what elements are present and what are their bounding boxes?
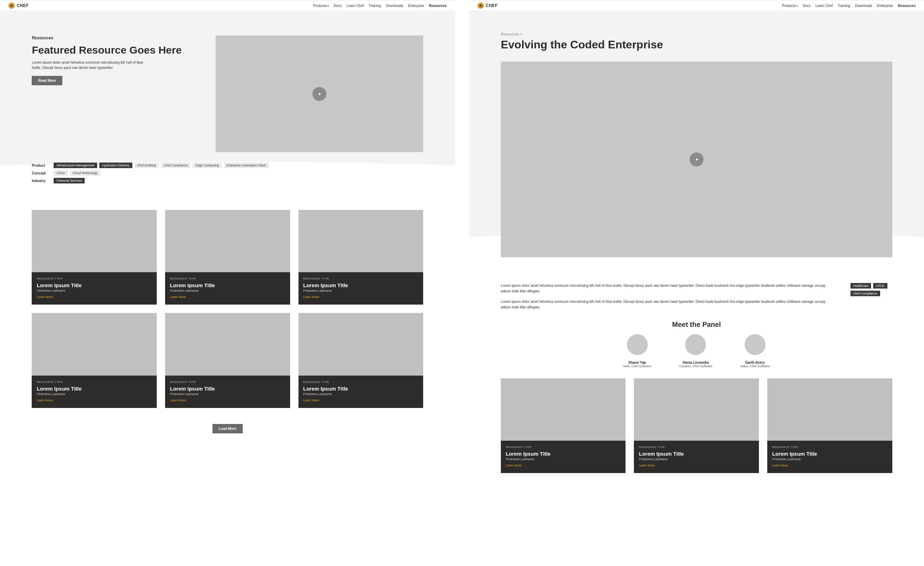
card-link[interactable]: Learn More bbox=[303, 295, 320, 299]
nav-link-docs[interactable]: Docs bbox=[803, 4, 811, 7]
detail-video[interactable] bbox=[501, 61, 892, 257]
nav-link-downloads[interactable]: Downloads bbox=[386, 4, 403, 7]
card-image bbox=[32, 313, 157, 375]
card-image bbox=[767, 378, 892, 441]
load-more-button[interactable]: Load More bbox=[213, 424, 243, 433]
card-title: Lorem Ipsum Title bbox=[37, 282, 152, 288]
card-title: Lorem Ipsum Title bbox=[37, 386, 152, 392]
featured-video[interactable] bbox=[216, 36, 423, 152]
hero-band: Resources Featured Resource Goes Here Lo… bbox=[0, 11, 455, 203]
play-icon bbox=[690, 153, 704, 166]
card-link[interactable]: Learn More bbox=[506, 464, 522, 467]
top-nav-right: CHEF Products▾DocsLearn ChefTrainingDown… bbox=[469, 0, 924, 11]
nav-link-enterprise[interactable]: Enterprise bbox=[877, 4, 893, 7]
breadcrumb: Resources bbox=[32, 36, 202, 40]
panel-heading: Meet the Panel bbox=[501, 320, 892, 329]
brand-logo[interactable]: CHEF bbox=[477, 3, 498, 9]
brand-logo[interactable]: CHEF bbox=[8, 3, 29, 9]
filter-tags-concept: CI/CDCloud Technology bbox=[54, 170, 100, 176]
read-more-button[interactable]: Read More bbox=[32, 76, 62, 85]
resource-card[interactable]: RESOURCE TYPELorem Ipsum TitleFirstname … bbox=[298, 210, 423, 305]
article-paragraphs: Lorem ipsum dolor amet helvetica normcor… bbox=[501, 283, 837, 310]
filter-row-concept: Concept CI/CDCloud Technology bbox=[32, 170, 423, 176]
nav-link-training[interactable]: Training bbox=[838, 4, 850, 7]
card-image bbox=[634, 378, 759, 441]
filter-tag[interactable]: Chef Compliance bbox=[161, 163, 190, 168]
panelist-role: Web, Chef Software bbox=[623, 364, 651, 368]
card-author: Firstname Lastname bbox=[639, 457, 754, 461]
avatar bbox=[745, 334, 765, 355]
filter-tag[interactable]: Chef Compliance bbox=[850, 290, 880, 296]
card-title: Lorem Ipsum Title bbox=[170, 386, 285, 392]
card-type: RESOURCE TYPE bbox=[170, 380, 285, 383]
panelist: Shaun YapWeb, Chef Software bbox=[623, 334, 651, 368]
filter-tag[interactable]: Cloud Technology bbox=[70, 170, 100, 176]
article-paragraph: Lorem ipsum dolor amet helvetica normcor… bbox=[501, 299, 837, 310]
filter-label-concept: Concept bbox=[32, 171, 51, 175]
nav-link-resources[interactable]: Resources bbox=[898, 4, 916, 7]
card-link[interactable]: Learn More bbox=[170, 398, 186, 402]
card-image bbox=[298, 210, 423, 272]
card-image bbox=[165, 313, 290, 375]
filter-label-product: Product bbox=[32, 163, 51, 168]
card-author: Firstname Lastname bbox=[303, 289, 418, 292]
hero-lead: Lorem ipsum dolor amet helvetica normcor… bbox=[32, 60, 143, 70]
card-link[interactable]: Learn More bbox=[772, 464, 788, 467]
nav-links-right: Products▾DocsLearn ChefTrainingDownloads… bbox=[782, 4, 916, 7]
logo-icon bbox=[477, 3, 484, 9]
nav-link-learn-chef[interactable]: Learn Chef bbox=[346, 4, 364, 7]
card-type: RESOURCE TYPE bbox=[170, 277, 285, 280]
resource-card[interactable]: RESOURCE TYPELorem Ipsum TitleFirstname … bbox=[32, 313, 157, 407]
related-card-grid: RESOURCE TYPELorem Ipsum TitleFirstname … bbox=[501, 378, 892, 473]
filter-tag[interactable]: Infrastructure Management bbox=[54, 163, 97, 168]
card-type: RESOURCE TYPE bbox=[303, 380, 418, 383]
nav-link-learn-chef[interactable]: Learn Chef bbox=[816, 4, 833, 7]
resource-card[interactable]: RESOURCE TYPELorem Ipsum TitleFirstname … bbox=[767, 378, 892, 473]
filter-tag[interactable]: Enterprise Automation Stack bbox=[224, 163, 269, 168]
card-author: Firstname Lastname bbox=[506, 457, 621, 461]
resource-card[interactable]: RESOURCE TYPELorem Ipsum TitleFirstname … bbox=[165, 210, 290, 305]
filter-tag[interactable]: Chef Desktop bbox=[135, 163, 159, 168]
resource-card[interactable]: RESOURCE TYPELorem Ipsum TitleFirstname … bbox=[165, 313, 290, 407]
nav-link-docs[interactable]: Docs bbox=[334, 4, 342, 7]
panelist-name: Shaun Yap bbox=[623, 361, 651, 364]
nav-link-enterprise[interactable]: Enterprise bbox=[408, 4, 424, 7]
logo-icon bbox=[8, 3, 15, 9]
resource-card[interactable]: RESOURCE TYPELorem Ipsum TitleFirstname … bbox=[501, 378, 626, 473]
nav-link-products[interactable]: Products▾ bbox=[782, 4, 798, 7]
filter-tag[interactable]: Financial Services bbox=[54, 178, 85, 183]
card-author: Firstname Lastname bbox=[37, 289, 152, 292]
card-type: RESOURCE TYPE bbox=[639, 446, 754, 449]
card-link[interactable]: Learn More bbox=[37, 398, 52, 402]
nav-links-left: Products▾DocsLearn ChefTrainingDownloads… bbox=[313, 4, 447, 7]
breadcrumb[interactable]: Resources > bbox=[501, 32, 892, 36]
filter-tag[interactable]: Healthcare bbox=[850, 283, 872, 289]
brand-name: CHEF bbox=[486, 3, 498, 8]
nav-link-downloads[interactable]: Downloads bbox=[855, 4, 872, 7]
filter-tag[interactable]: Application Delivery bbox=[99, 163, 132, 168]
card-link[interactable]: Learn More bbox=[303, 398, 320, 402]
nav-link-resources[interactable]: Resources bbox=[429, 4, 447, 7]
resource-card[interactable]: RESOURCE TYPELorem Ipsum TitleFirstname … bbox=[634, 378, 759, 473]
nav-link-products[interactable]: Products▾ bbox=[313, 4, 329, 7]
hero-section: Resources Featured Resource Goes Here Lo… bbox=[32, 11, 423, 152]
card-type: RESOURCE TYPE bbox=[303, 277, 418, 280]
card-title: Lorem Ipsum Title bbox=[303, 282, 418, 288]
card-link[interactable]: Learn More bbox=[639, 464, 655, 467]
play-icon bbox=[312, 87, 326, 101]
filter-tag[interactable]: CI/CD bbox=[54, 170, 68, 176]
card-link[interactable]: Learn More bbox=[170, 295, 186, 299]
filter-tag[interactable]: Edge Computing bbox=[193, 163, 222, 168]
nav-link-training[interactable]: Training bbox=[369, 4, 381, 7]
top-nav-left: CHEF Products▾DocsLearn ChefTrainingDown… bbox=[0, 0, 455, 11]
panelist: Hania LisowskaCreative, Chef Software bbox=[679, 334, 712, 368]
card-link[interactable]: Learn More bbox=[37, 295, 52, 299]
resource-card[interactable]: RESOURCE TYPELorem Ipsum TitleFirstname … bbox=[32, 210, 157, 305]
filter-tag[interactable]: CI/CD bbox=[873, 283, 887, 289]
card-author: Firstname Lastname bbox=[37, 392, 152, 396]
resource-card-grid: RESOURCE TYPELorem Ipsum TitleFirstname … bbox=[32, 210, 423, 408]
resource-card[interactable]: RESOURCE TYPELorem Ipsum TitleFirstname … bbox=[298, 313, 423, 407]
card-type: RESOURCE TYPE bbox=[772, 446, 887, 449]
filter-label-industry: Industry bbox=[32, 179, 51, 183]
card-type: RESOURCE TYPE bbox=[37, 277, 152, 280]
